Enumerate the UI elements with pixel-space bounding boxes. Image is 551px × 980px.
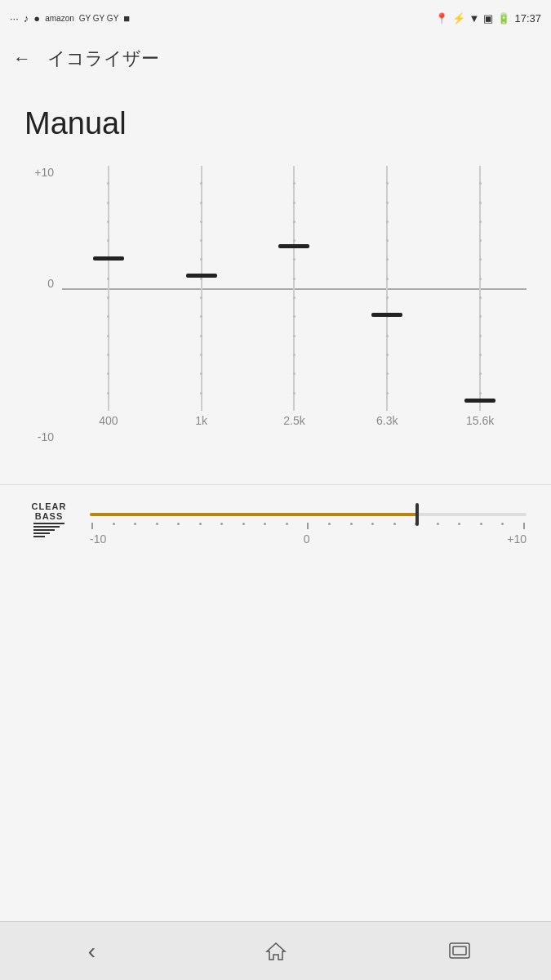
status-bar: ··· ♪ ● amazon GY GY GY ■ 📍 ⚡ ▼ ▣ 🔋 17:3… xyxy=(0,0,551,36)
band-track-400 xyxy=(108,166,109,411)
section-divider xyxy=(0,484,551,485)
bass-lines-icon xyxy=(33,523,64,537)
band-handle-6k3[interactable] xyxy=(371,313,402,317)
eq-freq-1k: 1k xyxy=(169,414,234,427)
gyao-icons: GY GY GY xyxy=(79,14,119,23)
bass-slider-track[interactable] xyxy=(90,513,527,516)
nav-home-button[interactable] xyxy=(251,935,300,968)
bass-text: BASS xyxy=(35,511,64,521)
eq-band-6k3[interactable] xyxy=(354,166,420,411)
signal-icon: ▣ xyxy=(483,12,493,24)
main-content: Manual +10 0 -10 xyxy=(0,106,551,546)
bottom-nav: ‹ xyxy=(0,921,551,980)
nav-recents-button[interactable] xyxy=(435,935,484,968)
clear-bass-label: CLEAR BASS xyxy=(24,501,73,537)
page-title: イコライザー xyxy=(47,47,159,71)
eq-graph: +10 0 -10 xyxy=(24,166,527,443)
band-dots-15k6 xyxy=(474,166,486,411)
bass-slider-fill xyxy=(90,513,417,516)
wifi-icon: ▼ xyxy=(469,12,480,24)
slider-dots-row xyxy=(90,523,527,529)
eq-x-labels: 400 1k 2.5k 6.3k 15.6k xyxy=(62,414,527,427)
eq-y-labels: +10 0 -10 xyxy=(24,166,54,443)
clear-text: CLEAR xyxy=(32,501,67,511)
band-handle-15k6[interactable] xyxy=(464,399,495,403)
eq-freq-400: 400 xyxy=(76,414,141,427)
status-right: 📍 ⚡ ▼ ▣ 🔋 17:37 xyxy=(435,12,541,24)
dots-icon: ··· xyxy=(10,12,19,24)
eq-bands xyxy=(62,166,527,411)
status-left: ··· ♪ ● amazon GY GY GY ■ xyxy=(10,12,130,24)
music-icon: ♪ xyxy=(24,12,29,24)
band-handle-400[interactable] xyxy=(93,256,124,261)
eq-band-2k5[interactable] xyxy=(261,166,327,411)
nav-recents-icon xyxy=(448,942,471,961)
eq-band-400[interactable] xyxy=(76,166,141,411)
nav-back-icon: ‹ xyxy=(88,938,96,964)
bass-slider-section: -10 0 +10 xyxy=(90,501,527,546)
band-track-2k5 xyxy=(293,166,295,411)
band-dots-1k xyxy=(196,166,207,411)
eq-band-1k[interactable] xyxy=(169,166,234,411)
bluetooth-icon: ⚡ xyxy=(452,12,465,24)
scale-min: -10 xyxy=(90,532,106,546)
stop-icon: ■ xyxy=(123,12,130,24)
scale-max: +10 xyxy=(507,532,527,546)
eq-y-top: +10 xyxy=(24,166,54,179)
scale-mid: 0 xyxy=(304,532,310,546)
eq-band-15k6[interactable] xyxy=(447,166,513,411)
band-handle-2k5[interactable] xyxy=(278,244,309,248)
back-button[interactable]: ← xyxy=(13,48,31,69)
slider-scale: -10 0 +10 xyxy=(90,532,527,546)
eq-container: +10 0 -10 xyxy=(24,166,527,476)
location-icon: 📍 xyxy=(435,12,448,24)
eq-freq-6k3: 6.3k xyxy=(354,414,420,427)
band-handle-1k[interactable] xyxy=(186,274,217,278)
circle-icon: ● xyxy=(33,12,40,24)
battery-icon: 🔋 xyxy=(497,12,510,24)
band-track-1k xyxy=(201,166,202,411)
eq-freq-15k6: 15.6k xyxy=(447,414,513,427)
nav-back-button[interactable]: ‹ xyxy=(68,935,117,968)
band-track-15k6 xyxy=(479,166,481,411)
clock: 17:37 xyxy=(514,12,541,24)
nav-home-icon xyxy=(264,940,287,963)
eq-freq-2k5: 2.5k xyxy=(261,414,327,427)
band-dots-6k3 xyxy=(381,166,393,411)
band-dots-400 xyxy=(103,166,114,411)
preset-name: Manual xyxy=(24,106,527,141)
svg-rect-1 xyxy=(453,947,466,955)
top-bar: ← イコライザー xyxy=(0,36,551,82)
band-track-6k3 xyxy=(386,166,388,411)
amazon-icon: amazon xyxy=(45,14,74,23)
clear-bass-section: CLEAR BASS xyxy=(24,501,527,546)
eq-y-bot: -10 xyxy=(24,430,54,443)
bass-slider-thumb[interactable] xyxy=(415,503,419,526)
eq-y-mid: 0 xyxy=(24,277,54,290)
band-dots-2k5 xyxy=(288,166,300,411)
